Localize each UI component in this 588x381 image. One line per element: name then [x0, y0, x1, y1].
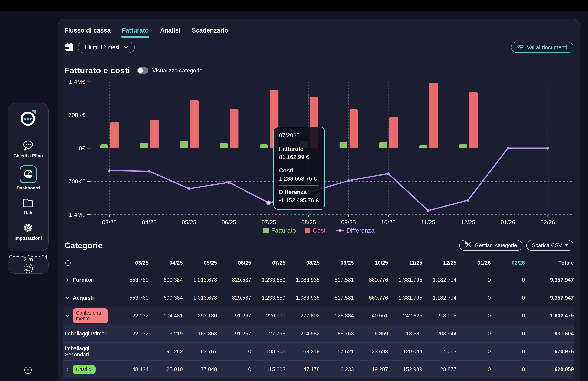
- line-point: [228, 181, 230, 184]
- chart-legend: Fatturato Costi Differenza: [63, 227, 574, 234]
- column-header-02-26[interactable]: 02/26: [491, 260, 525, 266]
- column-header-03-25[interactable]: 03/25: [115, 260, 149, 266]
- cell-value: 0: [491, 348, 525, 355]
- tooltip-costi-label: Costi: [279, 166, 319, 175]
- cell-value: 115.003: [252, 366, 286, 373]
- app-logo[interactable]: [20, 110, 37, 127]
- column-header-06-25[interactable]: 06/25: [218, 260, 252, 266]
- cell-value: 660.776: [355, 277, 389, 283]
- category-tag[interactable]: Confezionamento: [73, 308, 108, 323]
- legend-differenza[interactable]: Differenza: [336, 227, 375, 234]
- gear-icon: [22, 222, 34, 234]
- svg-text:1,4M€: 1,4M€: [69, 78, 85, 85]
- table-row[interactable]: Fornitori553.760600.3841.013.678829.5871…: [63, 271, 574, 289]
- cell-value: 553.760: [115, 277, 149, 283]
- categories-heading: Categorie: [64, 241, 103, 250]
- chevron-down-icon[interactable]: [65, 295, 70, 300]
- visualizza-categorie-toggle[interactable]: [137, 67, 148, 74]
- svg-text:11/25: 11/25: [421, 219, 435, 225]
- tooltip-costi-value: 1.233.658,75 €: [279, 175, 317, 182]
- chevron-right-icon[interactable]: [65, 277, 70, 283]
- cell-total: 1.602.479: [525, 313, 574, 319]
- manage-categories-button[interactable]: Gestisci categorie: [459, 240, 523, 251]
- cell-value: 22.132: [115, 313, 149, 319]
- info-icon[interactable]: i: [65, 260, 71, 266]
- sidebar-item-dati[interactable]: Dati: [22, 198, 34, 215]
- sidebar-item-dashboard[interactable]: Dashboard: [17, 165, 40, 191]
- cell-value: 817.581: [320, 277, 355, 283]
- cell-value: 0: [457, 331, 491, 337]
- column-header-05-25[interactable]: 05/25: [184, 260, 218, 266]
- table-row[interactable]: Confezionamento22.132104.481253.13091.26…: [63, 307, 574, 325]
- cell-value: 817.581: [320, 295, 355, 301]
- cell-value: 0: [218, 366, 252, 373]
- cell-value: 6.233: [320, 366, 355, 373]
- sync-time: 2 m: [23, 256, 33, 263]
- cell-value: 1.182.794: [423, 277, 457, 283]
- svg-text:0€: 0€: [79, 145, 85, 152]
- svg-text:-700K€: -700K€: [66, 178, 85, 185]
- revenue-costs-chart: 1,4M€700K€0€-700K€-1,4M€03/2504/2505/250…: [63, 78, 574, 227]
- download-csv-button[interactable]: Scarica CSV: [526, 240, 573, 251]
- help-icon[interactable]: ?: [24, 366, 32, 375]
- cell-value: 0: [491, 295, 525, 301]
- sidebar: Chiedi a Plino Dashboard Dati Impostazio…: [8, 103, 49, 251]
- column-header-04-25[interactable]: 04/25: [149, 260, 184, 266]
- cell-value: 27.795: [252, 331, 286, 337]
- sidebar-item-impostazioni[interactable]: Impostazioni: [15, 222, 42, 241]
- cell-total: 670.975: [525, 348, 574, 355]
- cell-total: 620.059: [525, 366, 574, 373]
- cell-value: 40.551: [355, 313, 389, 319]
- toggle-label: Visualizza categorie: [152, 67, 203, 74]
- column-header-07-25[interactable]: 07/25: [252, 260, 286, 266]
- svg-text:?: ?: [27, 368, 29, 373]
- tab-fatturato[interactable]: Fatturato: [122, 27, 149, 38]
- column-header-12-25[interactable]: 12/25: [423, 260, 457, 266]
- period-select[interactable]: Ultimi 12 mesi: [78, 42, 135, 53]
- cell-value: 242.625: [389, 313, 423, 319]
- cell-value: 22.132: [115, 331, 149, 337]
- cell-value: 28.877: [423, 366, 457, 373]
- sidebar-item-chiedi-a-plino[interactable]: Chiedi a Plino: [13, 140, 43, 158]
- gauge-icon: [21, 167, 35, 181]
- svg-text:i: i: [67, 261, 69, 265]
- legend-costi[interactable]: Costi: [305, 227, 327, 234]
- chevron-right-icon[interactable]: [65, 367, 70, 372]
- tab-flusso-di-cassa[interactable]: Flusso di cassa: [64, 27, 110, 38]
- tooltip-fatturato-value: 81.162,99 €: [279, 154, 309, 160]
- cell-value: 0: [491, 366, 525, 373]
- column-header-10-25[interactable]: 10/25: [355, 260, 389, 266]
- table-row[interactable]: Imballaggi Secondari091.26283.7670198.30…: [63, 343, 574, 360]
- svg-text:700K€: 700K€: [68, 112, 85, 118]
- svg-text:05/25: 05/25: [182, 219, 196, 225]
- cell-value: 47.178: [286, 366, 320, 373]
- table-row[interactable]: Costi di48.434125.01077.0480115.00347.17…: [63, 360, 574, 379]
- cell-total: 9.357.947: [525, 295, 574, 301]
- go-to-documents-button[interactable]: Vai ai documenti: [511, 42, 573, 53]
- cell-value: 0: [218, 348, 252, 355]
- row-label: Imballaggi Secondari: [65, 345, 114, 358]
- svg-text:-1,4M€: -1,4M€: [67, 211, 85, 218]
- column-header-11-25[interactable]: 11/25: [389, 260, 423, 266]
- cell-value: 1.182.794: [423, 295, 457, 301]
- svg-text:06/25: 06/25: [222, 219, 236, 225]
- column-header-09-25[interactable]: 09/25: [320, 260, 355, 266]
- tab-analisi[interactable]: Analisi: [160, 27, 180, 38]
- tab-scadenzario[interactable]: Scadenzario: [192, 27, 228, 38]
- chevron-down-icon[interactable]: [65, 313, 70, 318]
- cell-value: 253.130: [184, 313, 218, 319]
- cell-value: 1.233.659: [252, 277, 286, 283]
- cell-value: 600.384: [149, 277, 184, 283]
- column-header-08-25[interactable]: 08/25: [286, 260, 320, 266]
- category-tag[interactable]: Costi di: [73, 365, 96, 374]
- chart-tooltip: 07/2025 Fatturato 81.162,99 € Costi 1.23…: [273, 127, 325, 210]
- sync-status-card: 2 m: [8, 257, 49, 274]
- cell-total: 931.504: [525, 331, 574, 337]
- refresh-icon[interactable]: [23, 263, 34, 274]
- column-header-01-26[interactable]: 01/26: [457, 260, 491, 266]
- cell-value: 0: [457, 366, 491, 373]
- table-row[interactable]: Imballaggi Primari22.13213.219169.36391.…: [63, 325, 574, 343]
- cell-total: 9.357.947: [525, 277, 574, 283]
- table-row[interactable]: Acquisti553.760600.3841.013.678829.5871.…: [63, 289, 574, 307]
- legend-fatturato[interactable]: Fatturato: [263, 227, 296, 234]
